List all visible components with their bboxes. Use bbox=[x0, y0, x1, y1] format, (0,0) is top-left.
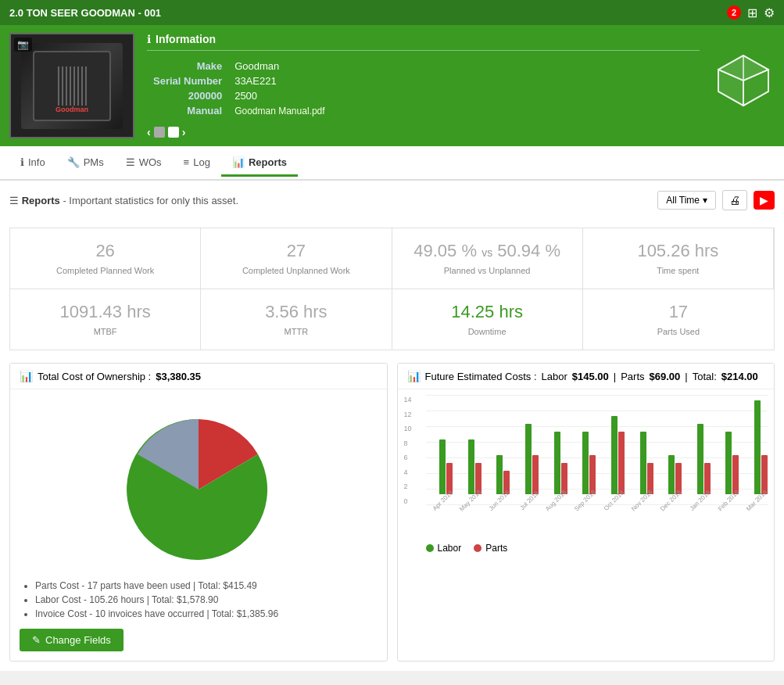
completed-planned-label: Completed Planned Work bbox=[56, 266, 154, 275]
time-spent-label: Time spent bbox=[657, 266, 699, 275]
stat-completed-unplanned: 27 Completed Unplanned Work bbox=[201, 228, 392, 289]
nav-next-arrow[interactable]: › bbox=[182, 126, 186, 138]
mttr-value: 3.56 hrs bbox=[207, 302, 385, 322]
info-section-title: Information bbox=[156, 33, 216, 45]
pipe2: | bbox=[685, 371, 687, 382]
tco-panel: 📊 Total Cost of Ownership : $3,380.35 Pa… bbox=[9, 363, 388, 662]
manual-link[interactable]: Goodman Manual.pdf bbox=[234, 106, 324, 117]
top-bar: 2.0 TON SEER GOODMAN - 001 2 ⊞ ⚙ bbox=[0, 0, 784, 25]
asset-info-panel: ℹ Information Make Goodman Serial Number… bbox=[147, 33, 700, 138]
youtube-button[interactable]: ▶ bbox=[754, 191, 775, 210]
downtime-value: 14.25 hrs bbox=[399, 302, 576, 322]
future-total-value: $214.00 bbox=[721, 371, 758, 382]
reports-controls: All Time ▾ 🖨 ▶ bbox=[657, 190, 775, 210]
bar-chart-area: 14 12 10 8 6 4 2 0 Apr 2018May 2018Jun 2… bbox=[404, 396, 768, 536]
content-area: ☰ Reports - Important statistics for onl… bbox=[0, 181, 784, 671]
bar-group-2: Jun 2018 bbox=[483, 455, 510, 505]
tab-pms[interactable]: 🔧 PMs bbox=[56, 150, 115, 177]
tco-chart-icon: 📊 bbox=[20, 370, 33, 382]
app-title: 2.0 TON SEER GOODMAN - 001 bbox=[9, 7, 161, 19]
nav-dot-2[interactable] bbox=[168, 127, 179, 138]
stat-planned-vs-unplanned: 49.05 % vs 50.94 % Planned vs Unplanned bbox=[392, 228, 583, 289]
legend-parts: Parts Cost - 17 parts have been used | T… bbox=[35, 580, 378, 591]
stat-downtime: 14.25 hrs Downtime bbox=[392, 289, 583, 350]
top-bar-icons: 2 ⊞ ⚙ bbox=[727, 5, 775, 20]
serial-label: Serial Number bbox=[147, 74, 228, 88]
asset-cube-panel bbox=[712, 33, 775, 138]
ac-unit-image: Goodman bbox=[33, 51, 111, 121]
labor-bar-9 bbox=[697, 424, 703, 494]
asset-header: 📷 Goodman ℹ Information bbox=[0, 25, 784, 146]
future-label: Future Estimated Costs : bbox=[425, 371, 537, 382]
nav-prev-arrow[interactable]: ‹ bbox=[147, 126, 151, 138]
future-total-label: Total: bbox=[693, 371, 717, 382]
parts-used-label: Parts Used bbox=[657, 327, 700, 336]
parts-bar-6 bbox=[618, 432, 625, 494]
labor-bar-11 bbox=[754, 400, 761, 494]
serial-value: 33AE221 bbox=[228, 74, 331, 88]
info-section-header: ℹ Information bbox=[147, 33, 700, 51]
labor-bar-4 bbox=[554, 432, 560, 494]
pipe1: | bbox=[614, 371, 616, 382]
stat-mttr: 3.56 hrs MTTR bbox=[201, 289, 392, 350]
parts-used-value: 17 bbox=[589, 302, 768, 322]
reports-heading: Reports bbox=[22, 195, 60, 206]
camera-icon[interactable]: 📷 bbox=[14, 38, 32, 52]
reports-section-header: ☰ Reports - Important statistics for onl… bbox=[9, 190, 775, 217]
bar-group-5: Sep 2018 bbox=[569, 432, 596, 505]
completed-planned-value: 26 bbox=[16, 241, 194, 261]
field-200000-value: 2500 bbox=[228, 88, 331, 103]
completed-unplanned-value: 27 bbox=[207, 241, 385, 261]
stat-mtbf: 1091.43 hrs MTBF bbox=[10, 289, 201, 350]
field-200000-label: 200000 bbox=[147, 88, 228, 103]
manual-label: Manual bbox=[147, 103, 228, 118]
tab-info[interactable]: ℹ Info bbox=[9, 150, 56, 177]
info-icon: ℹ bbox=[147, 33, 151, 45]
tab-log[interactable]: ≡ Log bbox=[173, 150, 221, 177]
tab-reports[interactable]: 📊 Reports bbox=[221, 150, 298, 177]
settings-icon[interactable]: ⚙ bbox=[764, 5, 775, 20]
nav-dot-1[interactable] bbox=[154, 127, 165, 138]
log-tab-icon: ≡ bbox=[184, 156, 190, 168]
cube-icon bbox=[712, 49, 775, 123]
info-row-200000: 200000 2500 bbox=[147, 88, 331, 103]
bar-group-6: Oct 2018 bbox=[597, 416, 625, 505]
bar-chart-legend: Labor Parts bbox=[404, 536, 768, 554]
bar-group-1: May 2018 bbox=[454, 439, 481, 505]
reports-description: ☰ Reports - Important statistics for onl… bbox=[9, 195, 238, 206]
planned-vs-value: 49.05 % vs 50.94 % bbox=[399, 241, 576, 261]
mtbf-value: 1091.43 hrs bbox=[16, 302, 194, 322]
legend-labor-text: Labor bbox=[438, 543, 462, 554]
labor-bar-3 bbox=[525, 424, 532, 494]
change-fields-label: Change Fields bbox=[45, 634, 111, 646]
print-button[interactable]: 🖨 bbox=[722, 190, 747, 210]
ac-brand-logo: Goodman bbox=[55, 106, 88, 113]
bar-group-9: Jan 2019 bbox=[683, 424, 711, 505]
legend-labor-dot bbox=[426, 544, 434, 552]
make-label: Make bbox=[147, 59, 228, 74]
bar-group-0: Apr 2018 bbox=[426, 439, 453, 505]
time-filter-dropdown[interactable]: All Time ▾ bbox=[657, 191, 716, 210]
reports-list-icon: ☰ bbox=[9, 195, 19, 206]
change-fields-button[interactable]: ✎ Change Fields bbox=[20, 629, 124, 651]
ac-grille bbox=[58, 66, 87, 106]
asset-info-table: Make Goodman Serial Number 33AE221 20000… bbox=[147, 59, 331, 118]
legend-parts-text: Parts bbox=[485, 543, 507, 554]
reports-subtitle: - Important statistics for only this ass… bbox=[63, 195, 238, 206]
tco-body: Parts Cost - 17 parts have been used | T… bbox=[10, 389, 387, 661]
bar-group-11: Mar 2019 bbox=[740, 400, 768, 505]
labor-bar-10 bbox=[725, 432, 732, 494]
manual-value[interactable]: Goodman Manual.pdf bbox=[228, 103, 331, 118]
notification-badge[interactable]: 2 bbox=[727, 5, 741, 20]
grid-icon[interactable]: ⊞ bbox=[747, 5, 757, 20]
planned-pct: 49.05 % bbox=[413, 241, 477, 260]
labor-bar-1 bbox=[468, 439, 474, 494]
tco-value: $3,380.35 bbox=[156, 371, 201, 382]
time-filter-label: All Time bbox=[666, 195, 700, 206]
labor-bar-8 bbox=[668, 455, 675, 494]
future-parts-value: $69.00 bbox=[650, 371, 681, 382]
future-costs-panel: 📊 Future Estimated Costs : Labor $145.00… bbox=[397, 363, 775, 662]
tab-wos[interactable]: ☰ WOs bbox=[115, 150, 173, 177]
info-row-manual: Manual Goodman Manual.pdf bbox=[147, 103, 331, 118]
tco-legend: Parts Cost - 17 parts have been used | T… bbox=[20, 580, 378, 619]
